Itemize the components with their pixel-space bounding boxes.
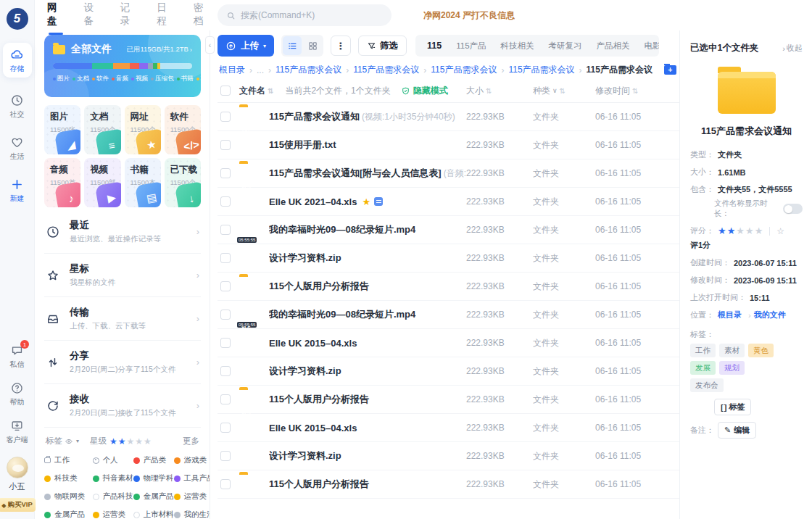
category-tile[interactable]: 图片 11500张 ◢ xyxy=(44,105,80,154)
tag-item[interactable]: 金属产品 xyxy=(133,491,174,502)
more-actions-button[interactable] xyxy=(331,36,351,56)
tag-item[interactable]: 抖音素材 xyxy=(93,473,133,483)
hidden-mode-toggle[interactable]: 隐藏模式 xyxy=(401,85,448,97)
breadcrumb-link[interactable]: 115产品需求会议 xyxy=(353,64,419,76)
breadcrumb-link[interactable]: 115产品需求会议 xyxy=(508,64,574,76)
category-tile[interactable]: 书籍 11500本 ▤ xyxy=(125,158,161,207)
tag-item[interactable]: 游戏类 xyxy=(174,455,211,465)
row-checkbox[interactable] xyxy=(220,196,231,207)
sidebar-collapse-handle[interactable] xyxy=(205,36,215,54)
table-row[interactable]: 115使用手册.txt 222.93KB 文件夹 06-16 11:05 xyxy=(218,131,679,159)
table-row[interactable]: 设计学习资料.zip 222.93KB 文件夹 06-16 11:05 xyxy=(218,442,679,470)
row-checkbox[interactable] xyxy=(220,253,231,263)
top-nav-tab[interactable]: 网盘 xyxy=(47,1,65,29)
size-column-header[interactable]: 大小 xyxy=(466,85,533,97)
row-checkbox[interactable] xyxy=(220,338,231,348)
folder-tab[interactable]: 考研复习 xyxy=(542,41,589,51)
top-nav-tab[interactable]: 日程 xyxy=(157,1,174,29)
breadcrumb-link[interactable]: 115产品需求会议 xyxy=(276,64,341,76)
table-row[interactable]: 115产品需求会议通知 (视频:1小时35分钟40秒) 222.93KB 文件夹… xyxy=(218,103,679,131)
kind-column-header[interactable]: 种类 xyxy=(533,85,595,97)
folder-tab[interactable]: 电影资源 xyxy=(637,41,659,51)
file-tag-chip[interactable]: 素材 xyxy=(719,344,745,357)
rail-item-storage[interactable]: 存储 xyxy=(3,43,32,78)
category-tile[interactable]: 已下载 11500个 ↓ xyxy=(165,158,201,207)
sidebar-item-starred[interactable]: 星标我星标的文件 xyxy=(44,254,201,297)
table-row[interactable]: 05:55:55 我的幸福时光09—08纪录短片.mp4 222.93KB 文件… xyxy=(218,301,679,329)
file-tag-chip[interactable]: 黄色 xyxy=(748,344,774,357)
table-row[interactable]: 115产品需求会议通知[附与会人员信息表] (音频:15小时35分钟40秒) 2… xyxy=(218,159,679,188)
folder-tab[interactable]: 115产品 xyxy=(449,41,493,51)
rating-stars[interactable] xyxy=(718,225,763,236)
search-input[interactable]: 搜索(Command+K) xyxy=(218,4,392,26)
row-checkbox[interactable] xyxy=(220,310,231,320)
sidebar-item-share[interactable]: 分享2月20日(周二)分享了115个文件 xyxy=(44,341,201,384)
new-folder-button[interactable]: 新建文件夹 xyxy=(664,64,678,76)
file-tag-chip[interactable]: 规划 xyxy=(719,361,745,375)
all-files-card[interactable]: 全部文件 已用115GB/共1.2TB 图片 文档 xyxy=(44,35,201,97)
rail-item-social[interactable]: 社交 xyxy=(10,94,25,120)
table-row[interactable]: 115个人版用户分析报告 222.93KB 文件夹 06-16 11:05 xyxy=(218,386,679,414)
tag-item[interactable]: 科技类 xyxy=(44,473,93,483)
list-view-button[interactable] xyxy=(283,36,302,55)
tag-item[interactable]: 产品科技 xyxy=(93,491,133,502)
tag-item[interactable]: 运营类 xyxy=(174,491,211,502)
tag-item[interactable]: 物联网类 xyxy=(44,491,93,502)
file-tag-chip[interactable]: 发展 xyxy=(690,361,716,375)
top-nav-tab[interactable]: 密档 xyxy=(194,1,211,29)
user-avatar[interactable] xyxy=(7,457,28,478)
name-column-header[interactable]: 文件名 xyxy=(239,85,273,97)
buy-vip-button[interactable]: 购买VIP xyxy=(0,498,36,512)
location-link[interactable]: 我的文件 xyxy=(754,310,786,320)
rail-item-create[interactable]: 新建 xyxy=(10,178,25,204)
table-row[interactable]: 05:55:55 我的幸福时光09—08纪录短片.mp4 222.93KB 文件… xyxy=(218,216,679,244)
row-checkbox[interactable] xyxy=(220,140,231,150)
tag-item[interactable]: 个人 xyxy=(93,455,133,465)
caret-down-icon[interactable] xyxy=(76,438,79,444)
rail-item-messages[interactable]: 1 私信 xyxy=(10,344,25,370)
duration-toggle[interactable] xyxy=(783,204,803,214)
row-checkbox[interactable] xyxy=(220,366,231,376)
tag-item[interactable]: 金属产品 xyxy=(44,510,93,519)
select-all-checkbox[interactable] xyxy=(220,86,231,96)
grid-view-button[interactable] xyxy=(303,36,322,55)
row-checkbox[interactable] xyxy=(220,479,231,489)
row-checkbox[interactable] xyxy=(220,423,231,433)
row-checkbox[interactable] xyxy=(220,112,231,122)
category-tile[interactable]: 网址 11500个 ★ xyxy=(125,105,161,154)
row-checkbox[interactable] xyxy=(220,394,231,404)
sidebar-item-recent[interactable]: 最近最近浏览、最近操作记录等 xyxy=(44,210,201,254)
top-nav-tab[interactable]: 设备 xyxy=(83,1,101,29)
folder-tab[interactable]: 115 xyxy=(420,41,449,51)
rate-button[interactable]: 评1分 xyxy=(690,240,710,251)
tag-item[interactable]: 上市材料 xyxy=(133,510,174,519)
more-link[interactable]: 更多 xyxy=(183,436,199,447)
eye-icon[interactable] xyxy=(62,437,75,446)
row-checkbox[interactable] xyxy=(220,168,231,178)
rail-item-life[interactable]: 生活 xyxy=(10,136,25,162)
table-row[interactable]: 115个人版用户分析报告 222.93KB 文件夹 06-16 11:05 xyxy=(218,470,679,499)
rating-stars[interactable] xyxy=(109,436,152,447)
table-row[interactable]: Elle UK 2015–04.xls 222.93KB 文件夹 06-16 1… xyxy=(218,329,679,357)
rail-item-client[interactable]: 客户端 xyxy=(7,419,28,445)
category-tile[interactable]: 音频 11500首 ♪ xyxy=(44,158,80,207)
top-nav-tab[interactable]: 记录 xyxy=(120,1,138,29)
add-tag-button[interactable]: 标签 xyxy=(714,399,751,415)
row-checkbox[interactable] xyxy=(220,281,231,291)
file-tag-chip[interactable]: 工作 xyxy=(690,344,716,357)
table-row[interactable]: 设计学习资料.zip 222.93KB 文件夹 06-16 11:05 xyxy=(218,244,679,273)
category-tile[interactable]: 文档 11500个 ≡ xyxy=(84,105,120,154)
sidebar-item-receive[interactable]: 接收2月20日(周二)接收了115个文件 xyxy=(44,384,201,428)
tag-item[interactable]: 运营类 xyxy=(93,510,133,519)
row-checkbox[interactable] xyxy=(220,451,231,461)
rail-item-help[interactable]: 帮助 xyxy=(10,381,25,407)
sidebar-item-transfer[interactable]: 传输上传、下载、云下载等 xyxy=(44,297,201,341)
row-checkbox[interactable] xyxy=(220,225,231,235)
file-tag-chip[interactable]: 发布会 xyxy=(690,378,724,392)
folder-tab[interactable]: 产品相关 xyxy=(589,41,637,51)
category-tile[interactable]: 软件 11500个 </> xyxy=(165,105,201,154)
location-link[interactable]: 根目录 xyxy=(718,310,742,320)
tags-label[interactable]: 标签 xyxy=(46,436,62,447)
table-row[interactable]: 设计学习资料.zip 222.93KB 文件夹 06-16 11:05 xyxy=(218,357,679,386)
breadcrumb-link[interactable]: 根目录 xyxy=(219,64,245,76)
